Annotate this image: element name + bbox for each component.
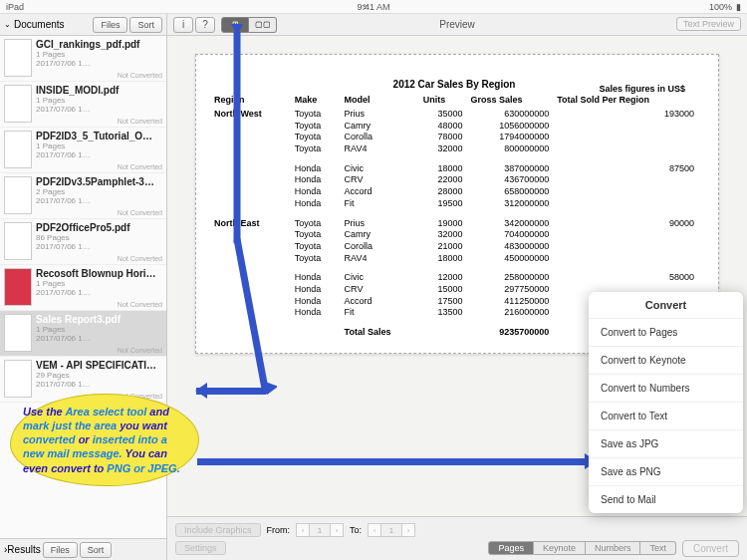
battery-label: 100% [709,2,732,12]
tab-numbers[interactable]: Numbers [586,541,641,555]
doc-item[interactable]: PDF2OfficePro5.pdf86 Pages2017/07/06 1… … [0,219,166,265]
documents-title: Documents [14,19,91,30]
doc-item[interactable]: Recosoft Blownup Hori…1 Pages2017/07/06 … [0,265,166,311]
sales-caption: Sales figures in US$ [599,84,685,94]
battery-icon: ▮ [736,2,741,12]
from-label: From: [267,525,291,535]
doc-item[interactable]: PDF2ID3_5_Tutorial_O…1 Pages2017/07/06 1… [0,128,166,173]
doc-thumb [4,314,32,352]
doc-thumb [4,131,32,168]
doc-thumb [4,39,32,77]
to-stepper[interactable]: ‹1› [368,523,415,537]
popup-item[interactable]: Convert to Pages [589,318,743,346]
doc-thumb [4,176,32,214]
preview-title: Preview [439,19,475,30]
popup-item[interactable]: Save as PNG [589,457,743,485]
sort-button-2[interactable]: Sort [80,542,113,558]
preview-footer: Include Graphics From: ‹1› To: ‹1› Setti… [167,516,747,560]
arrow-3 [197,458,596,465]
doc-item[interactable]: Sales Report3.pdf1 Pages2017/07/06 1… No… [0,311,166,357]
doc-thumb [4,268,32,306]
doc-item[interactable]: PDF2IDv3.5Pamphlet-3…2 Pages2017/07/06 1… [0,173,166,219]
popup-item[interactable]: Save as JPG [589,429,743,457]
convert-popup: Convert Convert to PagesConvert to Keyno… [589,292,743,513]
status-bar: iPad ᯤ 9:41 AM 100%▮ [0,0,747,14]
convert-button[interactable]: Convert [682,540,739,557]
documents-header: ⌄ Documents Files Sort [0,14,166,36]
results-footer: › Results Files Sort [0,538,166,560]
text-preview-button[interactable]: Text Preview [676,17,741,31]
tab-keynote[interactable]: Keynote [534,541,586,555]
doc-item[interactable]: GCI_rankings_pdf.pdf1 Pages2017/07/06 1…… [0,36,166,82]
sort-button[interactable]: Sort [129,17,162,33]
files-button-2[interactable]: Files [43,542,78,558]
chevron-down-icon[interactable]: ⌄ [4,20,14,29]
tab-pages[interactable]: Pages [488,541,534,555]
doc-thumb [4,360,32,398]
svg-line-2 [237,239,265,389]
popup-title: Convert [589,292,743,318]
popup-item[interactable]: Convert to Text [589,402,743,429]
include-graphics-toggle[interactable]: Include Graphics [175,523,261,537]
doc-thumb [4,85,32,123]
status-time: 9:41 AM [357,2,389,12]
results-title: Results [7,544,40,555]
popup-item[interactable]: Convert to Numbers [589,374,743,402]
popup-item[interactable]: Send to Mail [589,485,743,513]
doc-thumb [4,222,32,260]
to-label: To: [350,525,362,535]
arrow-1 [195,24,277,395]
info-icon[interactable]: i [173,17,193,33]
status-carrier: iPad [6,2,24,12]
files-button[interactable]: Files [93,17,127,33]
callout-cloud: Use the Area select tool and mark just t… [10,394,199,486]
popup-item[interactable]: Convert to Keynote [589,346,743,374]
settings-button[interactable]: Settings [175,541,226,555]
tab-text[interactable]: Text [640,541,676,555]
from-stepper[interactable]: ‹1› [296,523,344,537]
format-tabs: Pages Keynote Numbers Text [488,541,676,555]
doc-item[interactable]: INSIDE_MODI.pdf1 Pages2017/07/06 1… Not … [0,82,166,128]
